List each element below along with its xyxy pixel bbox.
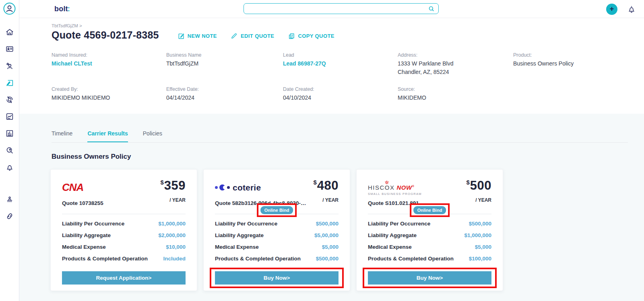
coverage-value: Included (163, 255, 186, 262)
hiscox-fleur-icon (384, 179, 422, 184)
copy-icon (288, 33, 295, 40)
coverage-row: Medical Expense $5,000 (215, 244, 339, 251)
coverage-value: $500,000 (316, 255, 339, 262)
coverage-row: Liability Aggregate $1,000,000 (368, 232, 491, 239)
created-by-value: MIKIDEMO MIKIDEMO (52, 94, 166, 102)
carrier-card-cna: CNA Quote 10738255 $359 / YEAR Liability… (50, 169, 197, 291)
quote-fields-row1: Named Insured: Michael CLTest Business N… (52, 52, 628, 76)
business-name-value: TbtTsdfGjZM (166, 60, 283, 68)
bolt-logo: bolt: (54, 5, 70, 13)
top-bar: bolt: + (19, 0, 644, 18)
coverage-value: $500,000 (469, 220, 491, 227)
buy-now-highlight: Buy Now> (363, 268, 497, 288)
bar-chart-icon[interactable] (5, 129, 14, 138)
price-period: / YEAR (313, 197, 339, 203)
quote-number: Quote 10738255 (62, 200, 103, 206)
coterie-logo: coterie (215, 183, 308, 192)
field-label: Effective Date: (166, 86, 283, 92)
copy-quote-button[interactable]: COPY QUOTE (288, 33, 334, 40)
quote-fields-row2: Created By: MIKIDEMO MIKIDEMO Effective … (52, 86, 628, 102)
agent-icon[interactable] (5, 195, 14, 204)
coverage-label: Products & Completed Operation (368, 255, 454, 262)
contact-card-icon[interactable] (5, 45, 14, 53)
home-icon[interactable] (5, 28, 14, 37)
hiscox-logo: HISCOX NOW® (368, 184, 422, 191)
new-note-label: NEW NOTE (188, 33, 217, 39)
coverage-row: Liability Per Occurrence $1,000,000 (62, 220, 186, 227)
price-period: / YEAR (160, 197, 186, 203)
quote-header: TbtTsdfGjZM > Quote 4569-0217-8385 NEW N… (19, 18, 644, 114)
tab-policies[interactable]: Policies (143, 130, 162, 142)
edit-quote-label: EDIT QUOTE (241, 33, 274, 39)
price-amount: 480 (317, 178, 339, 192)
copy-quote-label: COPY QUOTE (298, 33, 334, 39)
coverage-label: Liability Aggregate (62, 232, 111, 239)
tab-carrier-results[interactable]: Carrier Results (87, 130, 128, 142)
field-label: Created By: (52, 86, 166, 92)
field-label: Source: (398, 86, 513, 92)
notifications-bell-icon[interactable] (627, 5, 636, 14)
coverage-label: Products & Completed Operation (62, 255, 148, 262)
note-icon (178, 33, 185, 40)
coverage-row: Medical Expense $10,000 (62, 244, 186, 251)
coverage-value: $2,000,000 (158, 232, 186, 239)
card-divider: Online Bind (215, 214, 339, 214)
product-value: Business Owners Policy (513, 60, 628, 68)
plus-icon: + (610, 5, 614, 12)
currency-sign: $ (466, 179, 469, 186)
coverage-row: Medical Expense $5,000 (368, 244, 491, 251)
price-period: / YEAR (466, 197, 491, 203)
search-location-icon[interactable] (5, 146, 14, 155)
buy-now-button[interactable]: Buy Now> (368, 271, 491, 285)
tab-timeline[interactable]: Timeline (52, 130, 72, 142)
buy-now-button[interactable]: Buy Now> (215, 271, 339, 285)
online-bind-badge: Online Bind (260, 206, 293, 214)
add-button[interactable]: + (606, 4, 617, 15)
currency-sign: $ (313, 179, 316, 186)
link-icon[interactable] (5, 212, 14, 221)
coverage-value: $500,000 (316, 220, 339, 227)
price-amount: 500 (470, 178, 491, 192)
currency-sign: $ (160, 179, 163, 186)
bell-icon[interactable] (5, 163, 14, 172)
request-application-button[interactable]: Request Application> (62, 271, 186, 285)
logo-dot: : (68, 5, 70, 13)
named-insured-link[interactable]: Michael CLTest (52, 60, 166, 68)
chart-frame-icon[interactable] (5, 112, 14, 121)
coverage-label: Medical Expense (368, 244, 412, 251)
date-created-value: 04/10/2024 (283, 94, 398, 102)
search-icon[interactable] (428, 5, 435, 12)
coverage-value: $10,000 (166, 244, 186, 251)
card-divider (62, 214, 186, 214)
online-bind-highlight: Online Bind (410, 203, 450, 217)
user-avatar[interactable] (3, 2, 16, 16)
breadcrumb[interactable]: TbtTsdfGjZM > (52, 23, 628, 28)
coverage-label: Medical Expense (62, 244, 106, 251)
coverage-label: Liability Per Occurrence (368, 220, 430, 227)
carrier-cards: CNA Quote 10738255 $359 / YEAR Liability… (50, 169, 644, 291)
coverage-value: $1,000,000 (464, 232, 491, 239)
search-input[interactable] (244, 4, 428, 14)
coterie-dot-icon (227, 186, 230, 189)
new-note-button[interactable]: NEW NOTE (178, 33, 217, 40)
edit-quote-button[interactable]: EDIT QUOTE (231, 33, 274, 40)
pencil-icon (231, 33, 238, 40)
coverage-row: Liability Per Occurrence $500,000 (368, 220, 491, 227)
quote-edit-icon[interactable] (5, 78, 14, 87)
global-search[interactable] (244, 3, 439, 14)
field-label: Named Insured: (52, 52, 166, 58)
field-label: Date Created: (283, 86, 398, 92)
price-amount: 359 (164, 178, 186, 192)
lead-link[interactable]: Lead 86987-27Q (283, 60, 398, 68)
coverage-label: Liability Aggregate (215, 232, 264, 239)
coverage-row: Liability Per Occurrence $500,000 (215, 220, 339, 227)
coverage-row: Liability Aggregate $5,00,000 (215, 232, 339, 239)
sync-icon[interactable] (5, 95, 14, 104)
field-label: Lead (283, 52, 398, 58)
online-bind-highlight: Online Bind (257, 203, 297, 217)
coverage-value: $100,000 (469, 255, 491, 262)
users-icon[interactable] (5, 61, 14, 70)
tab-bar: Timeline Carrier Results Policies (52, 114, 628, 143)
online-bind-badge: Online Bind (413, 206, 446, 214)
coverage-value: $5,00,000 (314, 232, 339, 239)
